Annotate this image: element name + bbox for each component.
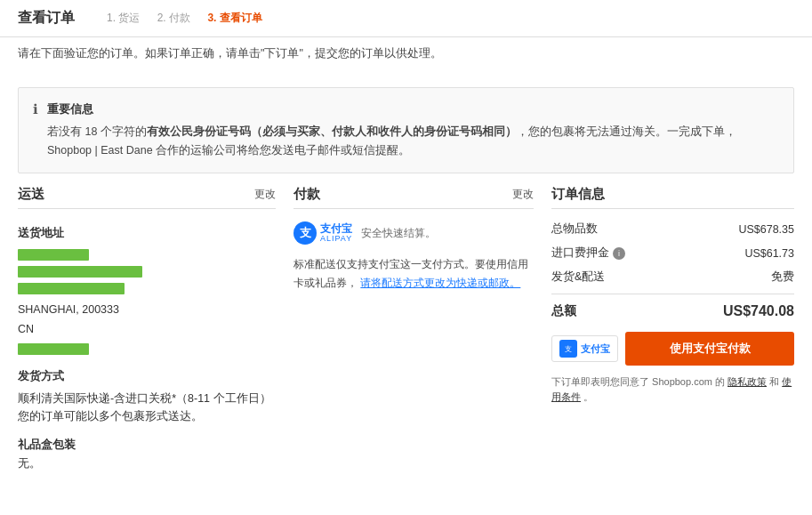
order-items-value: US$678.35: [738, 223, 794, 236]
country: CN: [18, 319, 276, 340]
order-total-label: 总额: [551, 303, 576, 319]
address-label: 送货地址: [18, 223, 276, 244]
gift-value: 无。: [18, 456, 276, 471]
alipay-circle-icon: 支: [293, 221, 317, 245]
order-divider: [551, 294, 794, 294]
order-shipping-label-text: 发货&配送: [551, 270, 605, 285]
description-text: 请在下面验证您的订单。如果订单正确，请单击"下订单"，提交您的订单以供处理。: [0, 37, 812, 75]
breadcrumb-item-2[interactable]: 2. 付款: [157, 11, 190, 26]
secure-text: 安全快速结算。: [361, 226, 436, 241]
order-total-row: 总额 US$740.08: [551, 303, 794, 319]
notice-content: 重要信息 若没有 18 个字符的有效公民身份证号码（必须与买家、付款人和收件人的…: [47, 101, 779, 160]
shipping-method-value: 顺利清关国际快递-含进口关税*（8-11 个工作日） 您的订单可能以多个包裹形式…: [18, 390, 276, 425]
checkout-button[interactable]: 使用支付宝付款: [625, 332, 794, 366]
notice-prefix: 若没有 18 个字符的: [47, 125, 147, 138]
checkout-button-row: 支 支付宝 使用支付宝付款: [551, 332, 794, 366]
breadcrumb-item-1[interactable]: 1. 货运: [107, 11, 140, 26]
alipay-text-block: 支付宝 ALIPAY: [320, 223, 352, 244]
breadcrumb-separator-2: [197, 12, 200, 25]
alipay-logo-block: 支 支付宝 ALIPAY 安全快速结算。: [293, 221, 534, 245]
notice-banner: ℹ 重要信息 若没有 18 个字符的有效公民身份证号码（必须与买家、付款人和收件…: [18, 87, 794, 173]
terms-text: 下订单即表明您同意了 Shopbop.com 的 隐私政策 和 使用条件 。: [551, 374, 794, 404]
order-info-column: 订单信息 总物品数 US$678.35 进口费押金 i US$61.73 发货&…: [551, 186, 794, 471]
order-items-label: 总物品数: [551, 221, 598, 237]
page-title: 查看订单: [18, 9, 75, 28]
alipay-en-text: ALIPAY: [320, 235, 352, 244]
gift-label: 礼品盒包装: [18, 438, 276, 453]
payment-column: 付款 更改 支 支付宝 ALIPAY 安全快速结算。 标准配送仅支持支付宝这一支…: [293, 186, 534, 471]
order-row-shipping: 发货&配送 免费: [551, 270, 794, 285]
breadcrumb-separator-1: [147, 12, 149, 25]
breadcrumb: 1. 货运 2. 付款 3. 查看订单: [107, 11, 262, 26]
order-row-items: 总物品数 US$678.35: [551, 221, 794, 237]
alipay-badge-text: 支付宝: [581, 342, 610, 356]
columns-container: 运送 更改 送货地址 SHANGHAI, 200333 CN 发货方式 顺利清关…: [0, 186, 812, 471]
header-bar: 查看订单 1. 货运 2. 付款 3. 查看订单: [0, 0, 812, 37]
order-items-label-text: 总物品数: [551, 221, 598, 237]
terms-and: 和: [769, 376, 779, 387]
address-line-2: [18, 266, 142, 278]
alipay-badge-letter: 支: [565, 344, 572, 354]
checkout-alipay-badge: 支 支付宝: [551, 335, 618, 362]
info-icon: ℹ: [33, 101, 38, 117]
address-block: 送货地址 SHANGHAI, 200333 CN: [18, 223, 276, 355]
order-row-import: 进口费押金 i US$61.73: [551, 245, 794, 261]
order-info-section-header: 订单信息: [551, 186, 794, 209]
shipping-title: 运送: [18, 186, 44, 203]
shipping-column: 运送 更改 送货地址 SHANGHAI, 200333 CN 发货方式 顺利清关…: [18, 186, 276, 471]
shipping-method-label: 发货方式: [18, 369, 276, 384]
address-line-3: [18, 283, 125, 294]
address-line-1: [18, 249, 89, 261]
import-info-icon[interactable]: i: [613, 247, 625, 260]
address-line-4: [18, 343, 89, 355]
alipay-circle-letter: 支: [300, 225, 311, 241]
order-import-label: 进口费押金 i: [551, 245, 625, 261]
order-info-title: 订单信息: [551, 186, 605, 203]
payment-edit-link[interactable]: 更改: [512, 187, 534, 202]
order-import-value: US$61.73: [744, 247, 794, 260]
alipay-badge-icon: 支: [559, 340, 577, 358]
shipping-note: 您的订单可能以多个包裹形式送达。: [18, 410, 203, 422]
order-import-label-text: 进口费押金: [551, 245, 609, 261]
shipping-edit-link[interactable]: 更改: [254, 187, 276, 202]
city-state: SHANGHAI, 200333: [18, 300, 276, 320]
order-shipping-value: 免费: [771, 270, 794, 285]
shipping-method-text: 顺利清关国际快递-含进口关税*（8-11 个工作日）: [18, 392, 271, 405]
alipay-zh-text: 支付宝: [320, 223, 352, 235]
breadcrumb-item-3[interactable]: 3. 查看订单: [207, 11, 261, 26]
payment-change-link[interactable]: 请将配送方式更改为快递或邮政。: [360, 277, 520, 289]
payment-title: 付款: [293, 186, 320, 203]
alipay-full-logo: 支 支付宝 ALIPAY: [293, 221, 352, 245]
terms-suffix: 。: [583, 391, 593, 402]
terms-prefix: 下订单即表明您同意了 Shopbop.com 的: [551, 376, 728, 387]
order-total-value: US$740.08: [723, 303, 794, 319]
notice-text: 若没有 18 个字符的有效公民身份证号码（必须与买家、付款人和收件人的身份证号码…: [47, 123, 779, 161]
notice-title: 重要信息: [47, 101, 779, 119]
notice-bold: 有效公民身份证号码（必须与买家、付款人和收件人的身份证号码相同）: [147, 125, 517, 138]
shipping-section-header: 运送 更改: [18, 186, 276, 209]
privacy-policy-link[interactable]: 隐私政策: [728, 376, 767, 387]
payment-section-header: 付款 更改: [293, 186, 534, 209]
payment-description: 标准配送仅支持支付宝这一支付方式。要使用信用卡或礼品券， 请将配送方式更改为快递…: [293, 255, 534, 292]
order-shipping-label: 发货&配送: [551, 270, 605, 285]
